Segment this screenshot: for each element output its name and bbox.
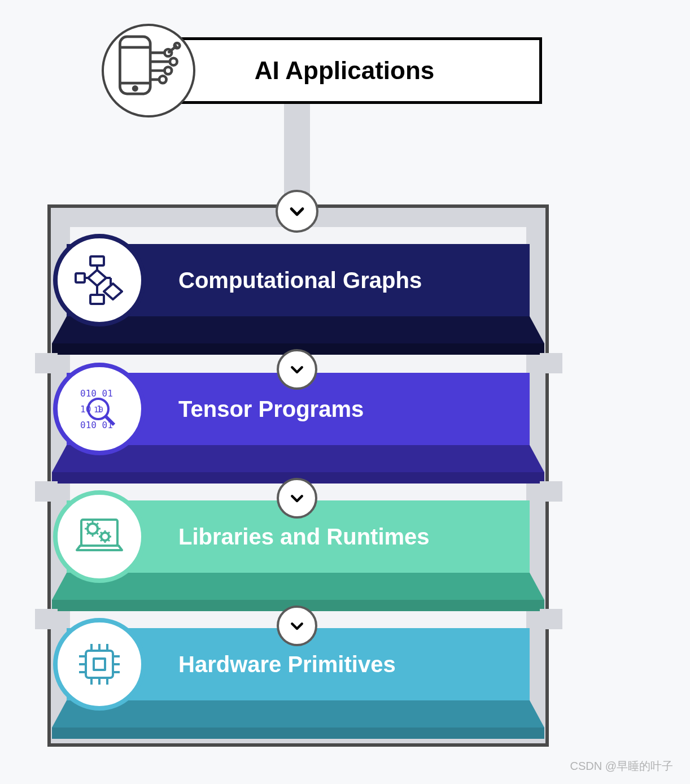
layer-label: Libraries and Runtimes	[178, 524, 430, 550]
side-decor	[540, 481, 562, 502]
chevron-down-icon	[277, 478, 317, 519]
chevron-down-icon	[276, 190, 318, 233]
flowchart-icon	[53, 234, 146, 326]
svg-point-6	[164, 67, 172, 75]
svg-rect-11	[76, 273, 85, 282]
svg-line-41	[108, 539, 110, 541]
svg-line-34	[96, 523, 98, 525]
shelf-front	[52, 728, 544, 739]
svg-line-33	[87, 532, 89, 534]
laptop-gears-icon	[53, 490, 146, 583]
svg-text:010 01: 010 01	[80, 388, 113, 399]
app-ai-icon	[102, 24, 195, 117]
svg-point-35	[101, 533, 109, 541]
chip-icon	[53, 618, 146, 711]
svg-rect-0	[120, 37, 150, 94]
svg-line-40	[101, 532, 102, 534]
svg-line-32	[96, 532, 98, 534]
side-decor	[35, 609, 58, 629]
svg-line-42	[101, 539, 102, 541]
chevron-down-icon	[277, 349, 317, 390]
ai-applications-title: AI Applications	[255, 56, 435, 85]
svg-line-31	[87, 523, 89, 525]
svg-text:10: 10	[94, 405, 103, 414]
binary-magnify-icon: 010 01 10 1 010 01 10	[53, 363, 146, 455]
diagram-canvas: AI Applications Computationa	[0, 0, 690, 784]
svg-text:010 01: 010 01	[80, 420, 113, 430]
svg-point-3	[133, 86, 137, 90]
shelf-slope	[52, 573, 544, 600]
ai-applications-box: AI Applications	[147, 37, 542, 104]
layer-label: Hardware Primitives	[178, 652, 396, 677]
svg-rect-44	[86, 651, 113, 678]
layer-computational-graphs: Computational Graphs	[67, 244, 530, 316]
svg-line-43	[108, 532, 110, 534]
shelf-slope	[52, 700, 544, 728]
svg-point-5	[170, 58, 177, 66]
side-decor	[35, 353, 58, 373]
svg-point-7	[159, 76, 167, 83]
side-decor	[540, 353, 562, 373]
svg-marker-10	[88, 270, 106, 286]
layer-label: Tensor Programs	[178, 397, 364, 422]
watermark-text: CSDN @早睡的叶子	[570, 759, 673, 774]
side-decor	[540, 609, 562, 629]
shelf-slope	[52, 445, 544, 472]
side-decor	[35, 481, 58, 502]
chevron-down-icon	[277, 606, 317, 646]
svg-marker-12	[104, 284, 122, 299]
svg-rect-45	[94, 659, 105, 670]
svg-rect-9	[90, 256, 104, 265]
shelf-slope	[52, 316, 544, 343]
layer-label: Computational Graphs	[178, 268, 422, 293]
svg-rect-13	[90, 295, 104, 304]
